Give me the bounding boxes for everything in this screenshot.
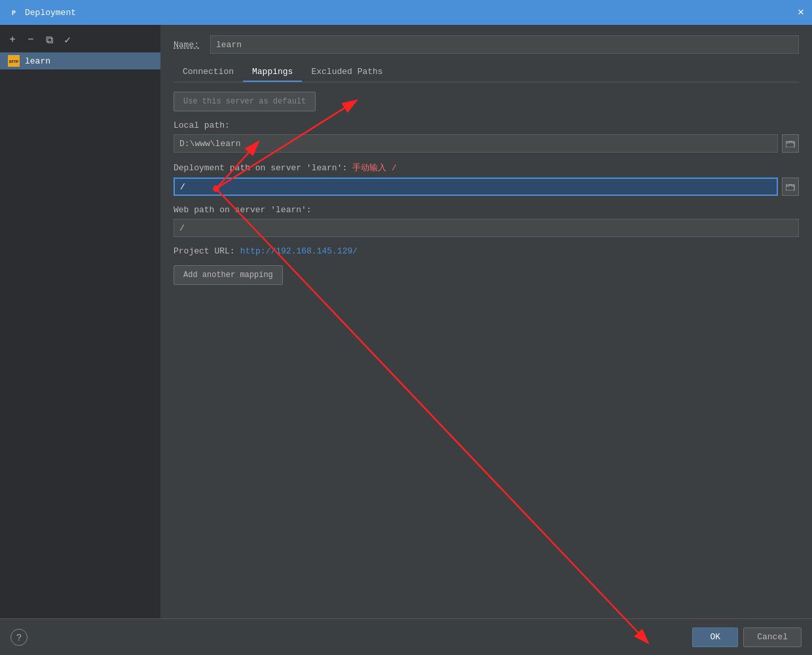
local-path-section: Local path: (174, 121, 799, 153)
tab-connection[interactable]: Connection (174, 63, 243, 82)
svg-text:SFTP: SFTP (9, 60, 19, 64)
name-row: Name: (174, 35, 799, 54)
ok-button[interactable]: OK (692, 627, 738, 647)
web-path-row (174, 219, 799, 237)
local-path-browse-button[interactable] (782, 134, 799, 153)
local-path-label: Local path: (174, 121, 799, 130)
sidebar-item-learn[interactable]: SFTP learn (0, 52, 160, 69)
add-button[interactable]: + (5, 33, 20, 47)
web-path-input[interactable] (174, 219, 799, 237)
project-url-label: Project URL: (174, 246, 235, 256)
web-path-label: Web path on server 'learn': (174, 205, 799, 215)
app-icon: P (8, 7, 20, 18)
sidebar-item-label: learn (25, 56, 50, 66)
deployment-path-row (174, 178, 799, 196)
mappings-panel: Use this server as default Local path: (174, 92, 799, 645)
deployment-path-label-row: Deployment path on server 'learn': 手动输入 … (174, 162, 799, 174)
svg-text:P: P (12, 10, 16, 17)
content-area: Name: Connection Mappings Excluded Paths… (160, 25, 812, 655)
manual-input-tag: 手动输入 / (352, 162, 397, 174)
local-path-row (174, 134, 799, 153)
svg-rect-4 (786, 141, 794, 147)
tab-mappings[interactable]: Mappings (243, 63, 302, 82)
sidebar: + − ⧉ ✓ SFTP learn (0, 25, 160, 655)
copy-button[interactable]: ⧉ (42, 33, 56, 47)
use-default-server-button[interactable]: Use this server as default (174, 92, 316, 111)
close-button[interactable]: ✕ (798, 7, 804, 18)
project-url-link[interactable]: http://192.168.145.129/ (240, 246, 358, 256)
cancel-button[interactable]: Cancel (743, 627, 802, 647)
dialog-title: Deployment (25, 8, 76, 18)
sftp-icon: SFTP (8, 55, 20, 67)
bottom-bar: ? OK Cancel (0, 618, 812, 655)
name-label: Name: (174, 40, 205, 50)
tab-excluded-paths[interactable]: Excluded Paths (302, 63, 392, 82)
sidebar-toolbar: + − ⧉ ✓ (0, 30, 160, 50)
deployment-path-input[interactable] (174, 178, 778, 196)
deployment-path-section: Deployment path on server 'learn': 手动输入 … (174, 162, 799, 196)
subtract-button[interactable]: − (24, 33, 38, 47)
help-button[interactable]: ? (10, 629, 28, 646)
dialog-body: + − ⧉ ✓ SFTP learn Name: Connection Mapp… (0, 25, 812, 655)
local-path-input[interactable] (174, 134, 778, 153)
name-input[interactable] (210, 35, 799, 54)
title-bar: P Deployment ✕ (0, 0, 812, 25)
tabs: Connection Mappings Excluded Paths (174, 63, 799, 83)
project-url-row: Project URL: http://192.168.145.129/ (174, 246, 799, 256)
check-button[interactable]: ✓ (60, 33, 75, 47)
deployment-path-label: Deployment path on server 'learn': (174, 163, 347, 173)
svg-rect-5 (786, 185, 794, 191)
add-mapping-button[interactable]: Add another mapping (174, 265, 283, 285)
web-path-section: Web path on server 'learn': (174, 205, 799, 237)
deployment-path-browse-button[interactable] (782, 178, 799, 196)
